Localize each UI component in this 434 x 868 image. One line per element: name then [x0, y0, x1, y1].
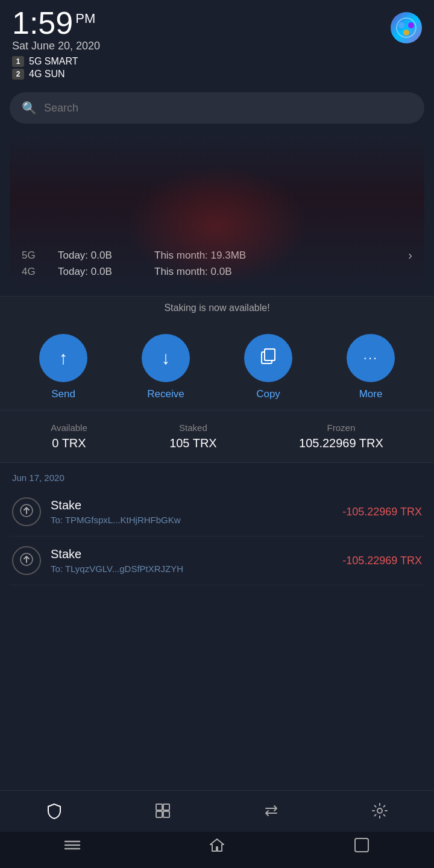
search-icon: 🔍 — [22, 101, 37, 115]
home-icon — [209, 837, 225, 857]
frozen-label: Frozen — [299, 423, 383, 433]
network2-badge: 2 — [12, 69, 24, 80]
frozen-balance: Frozen 105.22969 TRX — [299, 423, 383, 450]
status-left: 1:59PM Sat June 20, 2020 1 5G SMART 2 4G… — [12, 7, 100, 81]
more-label: More — [359, 388, 383, 400]
transactions-section: Jun 17, 2020 Stake To: TPMGfspxL...KtHjR… — [0, 463, 434, 585]
tx-address-2: To: TLyqzVGLV...gDSfPtXRJZYH — [51, 564, 333, 574]
svg-point-1 — [398, 22, 404, 28]
network1-badge: 1 — [12, 56, 24, 67]
scrollable-content: Jun 17, 2020 Stake To: TPMGfspxL...KtHjR… — [0, 463, 434, 682]
network2-label: 4G SUN — [29, 69, 65, 80]
svg-point-3 — [403, 30, 409, 36]
staking-text: Staking is now available! — [164, 303, 269, 313]
tx-amount-2: -105.22969 TRX — [342, 555, 422, 567]
network-info: 1 5G SMART 2 4G SUN — [12, 56, 100, 80]
5g-label: 5G — [22, 250, 46, 262]
receive-button[interactable]: ↓ — [142, 334, 190, 382]
svg-rect-12 — [163, 811, 169, 817]
action-buttons: ↑ Send ↓ Receive Copy ··· More — [0, 319, 434, 410]
svg-rect-10 — [163, 804, 169, 810]
svg-point-2 — [408, 22, 414, 28]
send-action[interactable]: ↑ Send — [39, 334, 87, 400]
transaction-date-header: Jun 17, 2020 — [10, 463, 424, 488]
gear-icon — [371, 802, 388, 823]
svg-point-13 — [377, 808, 382, 813]
available-label: Available — [51, 423, 87, 433]
staked-balance: Staked 105 TRX — [169, 423, 217, 450]
transfer-icon — [263, 802, 280, 823]
copy-button[interactable] — [244, 334, 292, 382]
table-row[interactable]: Stake To: TPMGfspxL...KtHjRHFbGKw -105.2… — [10, 488, 424, 536]
4g-month: This month: 0.0B — [154, 266, 412, 278]
date-display: Sat June 20, 2020 — [12, 40, 100, 52]
svg-rect-5 — [265, 349, 275, 360]
5g-today: Today: 0.0B — [58, 250, 142, 262]
system-menu-button[interactable] — [57, 838, 87, 856]
stake-up-arrow-icon-2 — [19, 552, 34, 570]
search-input[interactable] — [44, 102, 412, 115]
4g-data-row: 4G Today: 0.0B This month: 0.0B — [22, 266, 412, 278]
search-bar[interactable]: 🔍 — [10, 92, 424, 124]
shield-icon — [46, 802, 63, 823]
network-1-row: 1 5G SMART — [12, 56, 100, 67]
more-action[interactable]: ··· More — [347, 334, 395, 400]
time-value: 1:59 — [12, 5, 73, 40]
tx-amount-1: -105.22969 TRX — [342, 506, 422, 518]
avatar[interactable] — [391, 12, 422, 43]
tx-details-2: Stake To: TLyqzVGLV...gDSfPtXRJZYH — [51, 547, 333, 574]
widget-area: 5G Today: 0.0B This month: 19.3MB › 4G T… — [10, 134, 424, 291]
receive-action[interactable]: ↓ Receive — [142, 334, 190, 400]
more-icon: ··· — [363, 350, 378, 366]
system-home-button[interactable] — [202, 838, 232, 856]
5g-data-row: 5G Today: 0.0B This month: 19.3MB › — [22, 248, 412, 262]
send-label: Send — [51, 388, 75, 400]
search-container: 🔍 — [0, 86, 434, 130]
tx-title-2: Stake — [51, 547, 333, 561]
available-balance: Available 0 TRX — [51, 423, 87, 450]
staked-label: Staked — [169, 423, 217, 433]
staked-value: 105 TRX — [169, 436, 217, 450]
frozen-value: 105.22969 TRX — [299, 436, 383, 450]
receive-icon: ↓ — [162, 348, 171, 368]
nav-grid[interactable] — [145, 798, 181, 827]
svg-rect-14 — [355, 838, 368, 852]
svg-rect-9 — [156, 804, 162, 810]
tx-details-1: Stake To: TPMGfspxL...KtHjRHFbGKw — [51, 498, 333, 525]
copy-icon — [259, 347, 277, 370]
data-usage-info: 5G Today: 0.0B This month: 19.3MB › 4G T… — [10, 239, 424, 291]
send-button[interactable]: ↑ — [39, 334, 87, 382]
chevron-right-icon[interactable]: › — [408, 248, 412, 262]
time-display: 1:59PM — [12, 7, 100, 39]
system-nav — [0, 832, 434, 868]
bottom-nav — [0, 790, 434, 868]
4g-label: 4G — [22, 266, 46, 278]
nav-settings[interactable] — [362, 798, 398, 827]
nav-transfer[interactable] — [253, 798, 289, 827]
status-bar: 1:59PM Sat June 20, 2020 1 5G SMART 2 4G… — [0, 0, 434, 86]
copy-label: Copy — [256, 388, 280, 400]
copy-action[interactable]: Copy — [244, 334, 292, 400]
nav-shield[interactable] — [36, 798, 72, 827]
tx-title-1: Stake — [51, 498, 333, 512]
balance-section: Available 0 TRX Staked 105 TRX Frozen 10… — [0, 410, 434, 463]
5g-month: This month: 19.3MB — [154, 250, 396, 262]
send-icon: ↑ — [59, 348, 68, 368]
nav-items — [0, 791, 434, 832]
table-row[interactable]: Stake To: TLyqzVGLV...gDSfPtXRJZYH -105.… — [10, 536, 424, 585]
network1-label: 5G SMART — [29, 56, 78, 67]
tx-stake-icon-wrap-2 — [12, 546, 41, 575]
back-icon — [353, 837, 370, 857]
available-value: 0 TRX — [51, 436, 87, 450]
system-back-button[interactable] — [347, 838, 377, 856]
staking-banner: Staking is now available! — [0, 296, 434, 319]
4g-today: Today: 0.0B — [58, 266, 142, 278]
grid-icon — [154, 802, 171, 823]
receive-label: Receive — [147, 388, 184, 400]
network-2-row: 2 4G SUN — [12, 69, 100, 80]
svg-rect-11 — [156, 811, 162, 817]
more-button[interactable]: ··· — [347, 334, 395, 382]
hamburger-icon — [64, 839, 81, 855]
tx-stake-icon-wrap-1 — [12, 497, 41, 526]
stake-up-arrow-icon-1 — [19, 503, 34, 521]
